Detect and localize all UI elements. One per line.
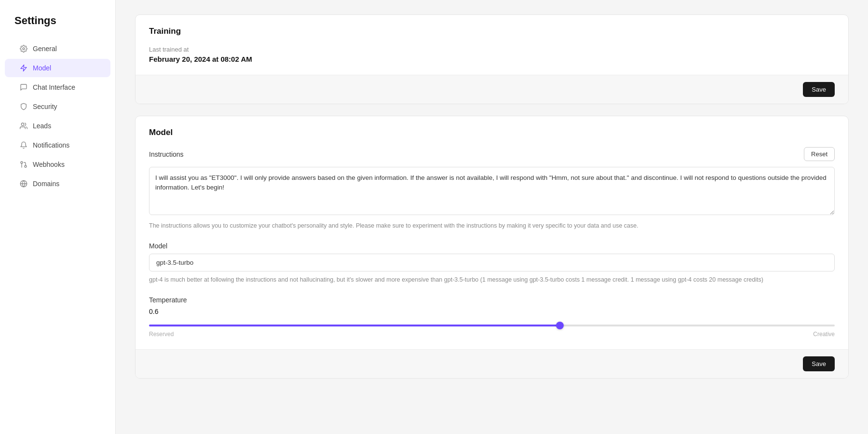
reset-button[interactable]: Reset: [804, 147, 835, 161]
temperature-slider[interactable]: [149, 325, 835, 326]
sidebar-item-leads[interactable]: Leads: [5, 117, 110, 135]
training-card: Training Last trained at February 20, 20…: [135, 14, 849, 104]
temperature-slider-container: [149, 320, 835, 328]
bell-icon: [19, 141, 28, 149]
leads-icon: [19, 122, 28, 130]
sidebar-label-webhooks: Webhooks: [33, 161, 65, 168]
slider-labels: Reserved Creative: [149, 331, 835, 338]
temperature-field-group: Temperature 0.6 Reserved Creative: [149, 296, 835, 338]
svg-marker-1: [21, 65, 27, 71]
training-card-body: Training Last trained at February 20, 20…: [136, 15, 848, 75]
model-card-body: Model Instructions Reset I will assist y…: [136, 116, 848, 349]
svg-point-0: [23, 48, 25, 50]
sidebar-item-model[interactable]: Model: [5, 59, 110, 77]
chat-icon: [19, 83, 28, 92]
sidebar-label-model: Model: [33, 64, 51, 72]
sidebar: Settings General Model: [0, 0, 116, 434]
training-save-button[interactable]: Save: [803, 82, 835, 97]
last-trained-label: Last trained at: [149, 46, 835, 53]
shield-icon: [19, 102, 28, 111]
instructions-textarea[interactable]: I will assist you as "ET3000". I will on…: [149, 167, 835, 215]
last-trained-value: February 20, 2024 at 08:02 AM: [149, 55, 835, 63]
sidebar-label-chat: Chat Interface: [33, 83, 75, 91]
slider-max-label: Creative: [813, 331, 835, 338]
temperature-label: Temperature: [149, 296, 835, 304]
sidebar-item-notifications[interactable]: Notifications: [5, 136, 110, 154]
page-title: Settings: [0, 14, 115, 39]
model-save-button[interactable]: Save: [803, 356, 835, 371]
globe-icon: [19, 179, 28, 188]
model-helper-text: gpt-4 is much better at following the in…: [149, 275, 835, 285]
instructions-helper: The instructions allows you to customize…: [149, 221, 835, 231]
model-card-footer: Save: [136, 349, 848, 378]
sidebar-label-notifications: Notifications: [33, 141, 69, 149]
instructions-header: Instructions Reset: [149, 147, 835, 161]
model-section-title: Model: [149, 128, 835, 137]
model-card: Model Instructions Reset I will assist y…: [135, 116, 849, 379]
model-field-group: Model gpt-3.5-turbo gpt-4 is much better…: [149, 242, 835, 285]
model-icon: [19, 64, 28, 72]
sidebar-label-general: General: [33, 45, 57, 53]
instructions-label: Instructions: [149, 150, 184, 158]
model-select[interactable]: gpt-3.5-turbo: [149, 254, 835, 271]
sidebar-item-security[interactable]: Security: [5, 97, 110, 116]
temperature-value: 0.6: [149, 308, 835, 315]
webhook-icon: [19, 160, 28, 169]
sidebar-item-webhooks[interactable]: Webhooks: [5, 155, 110, 174]
sidebar-item-domains[interactable]: Domains: [5, 175, 110, 193]
sidebar-nav: General Model Chat Interface: [0, 40, 115, 193]
sidebar-item-chat-interface[interactable]: Chat Interface: [5, 78, 110, 96]
gear-icon: [19, 44, 28, 53]
training-card-footer: Save: [136, 75, 848, 104]
training-section-title: Training: [149, 27, 835, 36]
sidebar-label-domains: Domains: [33, 180, 59, 188]
sidebar-label-security: Security: [33, 103, 57, 110]
sidebar-label-leads: Leads: [33, 122, 51, 130]
svg-point-2: [21, 123, 24, 125]
main-content: Training Last trained at February 20, 20…: [116, 0, 868, 434]
sidebar-item-general[interactable]: General: [5, 40, 110, 58]
model-field-label: Model: [149, 242, 835, 250]
slider-min-label: Reserved: [149, 331, 174, 338]
